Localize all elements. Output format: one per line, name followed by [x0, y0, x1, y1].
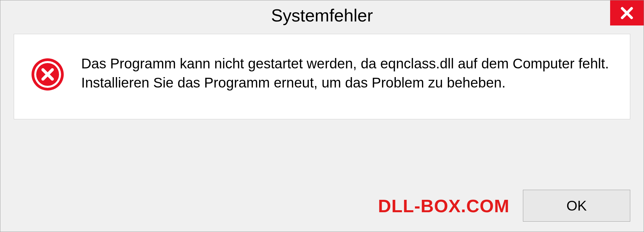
title-bar: Systemfehler [0, 0, 644, 31]
error-dialog: Systemfehler Das Programm kann nicht ges… [0, 0, 644, 232]
content-panel: Das Programm kann nicht gestartet werden… [14, 34, 630, 119]
dialog-title: Systemfehler [271, 5, 373, 25]
ok-button[interactable]: OK [523, 190, 630, 222]
close-icon [619, 5, 635, 21]
watermark-text: DLL-BOX.COM [378, 195, 509, 216]
error-message: Das Programm kann nicht gestartet werden… [81, 54, 613, 92]
error-icon [31, 58, 64, 91]
close-button[interactable] [610, 0, 644, 25]
footer-bar: DLL-BOX.COM OK [0, 190, 644, 222]
